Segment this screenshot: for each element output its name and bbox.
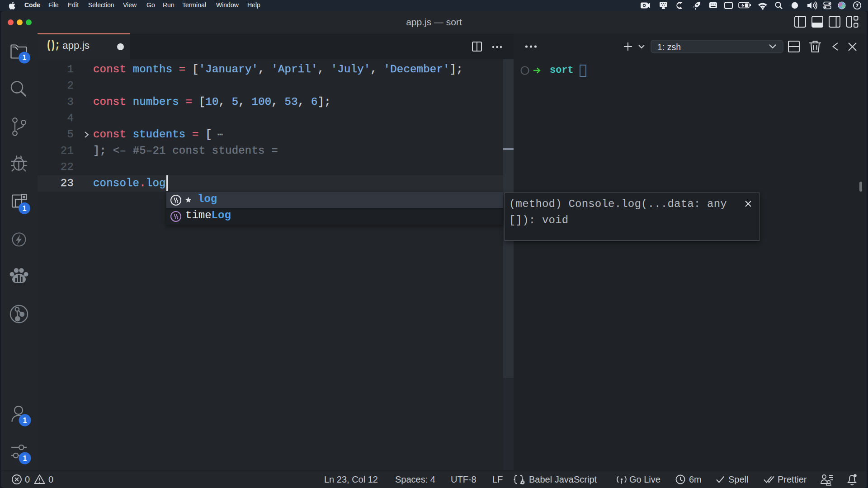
svg-text:6m: 6m [689, 474, 702, 484]
svg-text:Spaces: 4: Spaces: 4 [395, 474, 435, 484]
svg-text:LF: LF [492, 474, 503, 484]
svg-text:1: zsh: 1: zsh [657, 42, 681, 52]
svg-text:1: 1 [23, 455, 27, 462]
svg-text:Spell: Spell [728, 474, 748, 484]
svg-text:0: 0 [48, 474, 53, 484]
svg-text:Go Live: Go Live [629, 474, 660, 484]
svg-text:1: 1 [23, 54, 27, 61]
svg-text:Ln 23, Col 12: Ln 23, Col 12 [324, 474, 378, 484]
svg-text:Prettier: Prettier [778, 474, 807, 484]
svg-text:Babel JavaScript: Babel JavaScript [529, 474, 597, 484]
svg-text:0: 0 [25, 474, 30, 484]
svg-text:1: 1 [23, 205, 27, 212]
svg-text:1: 1 [23, 417, 27, 424]
svg-text:UTF-8: UTF-8 [451, 474, 476, 484]
